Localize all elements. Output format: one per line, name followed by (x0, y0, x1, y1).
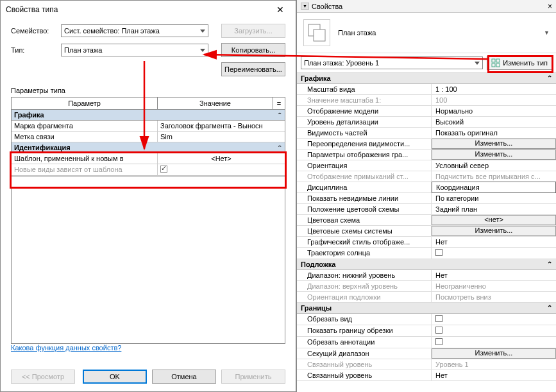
prop-value[interactable] (432, 314, 556, 325)
prop-row[interactable]: Обрезать вид (297, 314, 556, 325)
prop-group-header[interactable]: Графика (297, 73, 556, 84)
edit-button[interactable]: <нет> (432, 215, 556, 225)
prop-label: Секущий диапазон (297, 348, 432, 359)
edit-button[interactable]: Изменить... (432, 149, 556, 160)
param-value[interactable]: <Нет> (158, 153, 285, 164)
col-eq[interactable]: = (273, 98, 285, 109)
prop-value[interactable]: 100 (432, 95, 556, 105)
prop-row[interactable]: Траектория солнца (297, 248, 556, 259)
prop-label: Цветовая схема (297, 215, 432, 225)
family-label: Семейство: (11, 27, 56, 35)
prop-label: Отображение примыканий ст... (297, 171, 432, 182)
prop-label: Значение масштаба 1: (297, 95, 432, 105)
prop-value[interactable]: 1 : 100 (432, 84, 556, 94)
checkbox[interactable] (435, 315, 442, 322)
prop-value[interactable]: Изменить... (432, 139, 556, 149)
prop-value[interactable] (432, 337, 556, 348)
param-group-header[interactable]: Графика (12, 110, 285, 121)
prop-value[interactable]: Показать оригинал (432, 128, 556, 138)
prop-group-header[interactable]: Подложка (297, 259, 556, 270)
close-icon[interactable]: × (548, 2, 552, 11)
prop-value[interactable]: Изменить... (432, 226, 556, 236)
param-row[interactable]: Новые виды зависят от шаблона (12, 164, 285, 176)
prop-value[interactable]: Высокий (432, 117, 556, 127)
prop-value[interactable]: Нет (432, 270, 556, 280)
prop-value[interactable]: Подчистить все примыкания с... (432, 171, 556, 182)
prop-row[interactable]: Ориентация подложкиПосмотреть вниз (297, 292, 556, 303)
prop-row[interactable]: ОриентацияУсловный север (297, 160, 556, 171)
prop-row[interactable]: Диапазон: нижний уровеньНет (297, 270, 556, 281)
close-icon[interactable]: ✕ (270, 2, 291, 17)
dialog-title-text: Свойства типа (6, 5, 58, 14)
param-row[interactable]: Метка связиSim (12, 132, 285, 142)
instance-combo[interactable]: План этажа: Уровень 1 (301, 56, 483, 69)
edit-button[interactable]: Изменить... (432, 139, 556, 149)
prop-group-header[interactable]: Границы (297, 303, 556, 314)
type-selector[interactable]: План этажа ▼ (297, 13, 556, 53)
prop-value[interactable] (432, 325, 556, 336)
edit-button[interactable]: Изменить... (432, 348, 556, 359)
prop-value[interactable]: Посмотреть вниз (432, 292, 556, 302)
col-value[interactable]: Значение (158, 98, 273, 109)
param-value[interactable] (158, 164, 285, 175)
prop-row[interactable]: Переопределения видимости...Изменить... (297, 139, 556, 149)
prop-row[interactable]: Уровень детализацииВысокий (297, 117, 556, 128)
checkbox[interactable] (435, 327, 442, 334)
prop-row[interactable]: Показать границу обрезки (297, 325, 556, 337)
prop-row[interactable]: Значение масштаба 1:100 (297, 95, 556, 106)
param-value[interactable]: Sim (158, 132, 285, 142)
checkbox[interactable] (435, 249, 442, 256)
col-param[interactable]: Параметр (12, 98, 158, 109)
param-value[interactable]: Заголовок фрагмента - Выносн (158, 121, 285, 131)
prop-row[interactable]: Отображение моделиНормально (297, 106, 556, 117)
prop-label: Цветовые схемы системы (297, 226, 432, 236)
prop-row[interactable]: Обрезать аннотации (297, 337, 556, 348)
prop-value[interactable]: Нет (432, 370, 556, 380)
prop-value[interactable]: Изменить... (432, 149, 556, 160)
prop-value[interactable]: <нет> (432, 215, 556, 225)
edit-button[interactable]: Изменить... (432, 226, 556, 236)
prop-row[interactable]: Графический стиль отображе...Нет (297, 237, 556, 248)
prop-value[interactable]: Неограниченно (432, 281, 556, 291)
edit-type-button[interactable]: Изменить тип (487, 56, 552, 70)
family-combo[interactable]: Сист. семейство: План этажа (61, 24, 208, 37)
prop-row[interactable]: ДисциплинаКоординация (297, 182, 556, 193)
prop-row[interactable]: Диапазон: верхний уровеньНеограниченно (297, 281, 556, 292)
prop-row[interactable]: Положение цветовой схемыЗадний план (297, 204, 556, 215)
prop-value[interactable]: Изменить... (432, 348, 556, 359)
rename-button[interactable]: Переименовать... (221, 62, 285, 76)
cancel-button[interactable]: Отмена (152, 370, 216, 384)
prop-row[interactable]: Масштаб вида1 : 100 (297, 84, 556, 95)
type-properties-dialog: Свойства типа ✕ Семейство: Сист. семейст… (0, 0, 296, 392)
help-link[interactable]: Какова функция данных свойств? (11, 344, 285, 352)
prop-row[interactable]: Секущий диапазонИзменить... (297, 348, 556, 359)
prop-row[interactable]: Параметры отображения гра...Изменить... (297, 149, 556, 160)
prop-value[interactable]: Задний план (432, 204, 556, 214)
ok-button[interactable]: OK (83, 370, 147, 384)
param-row[interactable]: Шаблон, примененный к новым в<Нет> (12, 153, 285, 164)
prop-value[interactable]: Уровень 1 (432, 359, 556, 370)
prop-value[interactable]: По категории (432, 193, 556, 203)
param-row[interactable]: Марка фрагментаЗаголовок фрагмента - Вын… (12, 121, 285, 132)
prop-label: Видимость частей (297, 128, 432, 138)
prop-row[interactable]: Показать невидимые линииПо категории (297, 193, 556, 204)
checkbox[interactable] (160, 166, 167, 173)
prop-label: Ориентация подложки (297, 292, 432, 302)
prop-value[interactable]: Нормально (432, 106, 556, 116)
prop-row[interactable]: Видимость частейПоказать оригинал (297, 128, 556, 139)
prop-row[interactable]: Отображение примыканий ст...Подчистить в… (297, 171, 556, 182)
prop-row[interactable]: Цветовая схема<нет> (297, 215, 556, 226)
prop-value[interactable]: Условный север (432, 160, 556, 171)
param-group-header[interactable]: Идентификация (12, 142, 285, 153)
prop-row[interactable]: Связанный уровеньНет (297, 370, 556, 381)
prop-row[interactable]: Цветовые схемы системыИзменить... (297, 226, 556, 237)
checkbox[interactable] (435, 338, 442, 345)
prop-value[interactable]: Координация (432, 182, 556, 193)
edit-type-icon (491, 58, 500, 67)
type-combo[interactable]: План этажа (61, 44, 208, 56)
prop-value[interactable]: Нет (432, 237, 556, 247)
prop-row[interactable]: Связанный уровеньУровень 1 (297, 359, 556, 370)
prop-value[interactable] (432, 248, 556, 259)
copy-button[interactable]: Копировать... (221, 43, 285, 57)
prop-label: Связанный уровень (297, 370, 432, 380)
